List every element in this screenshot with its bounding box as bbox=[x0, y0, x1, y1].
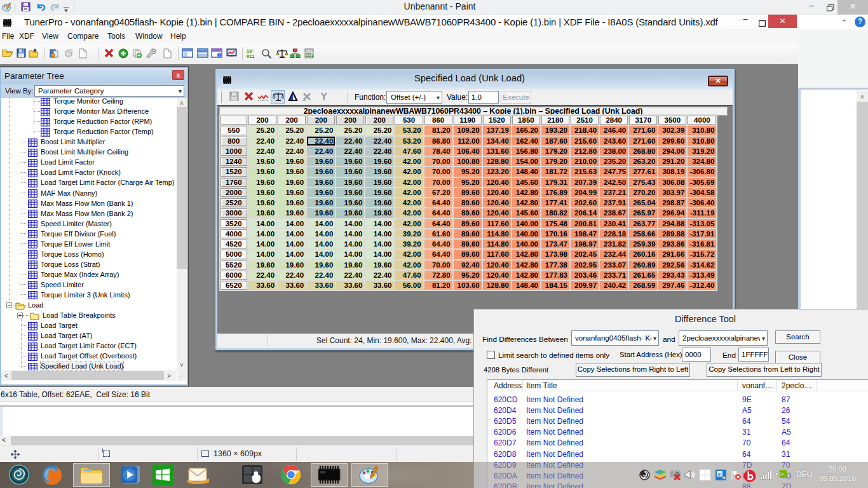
svg-text:10²: 10² bbox=[247, 49, 255, 54]
svg-text:011: 011 bbox=[247, 54, 255, 58]
svg-text:x²: x² bbox=[717, 472, 722, 477]
svg-text:i: i bbox=[219, 53, 219, 57]
